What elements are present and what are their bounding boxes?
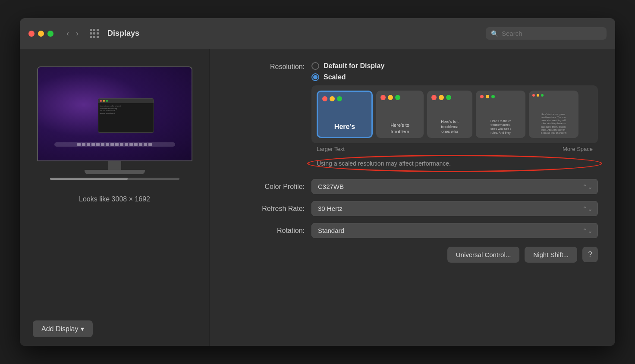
- radio-default-circle: [311, 62, 319, 70]
- close-button[interactable]: [28, 31, 35, 37]
- refresh-rate-select[interactable]: 30 Hertz: [311, 201, 598, 216]
- resolution-scaled-label: Scaled: [324, 73, 346, 81]
- preset-text-1: Here's: [334, 122, 355, 132]
- dock-icon: [148, 143, 152, 146]
- grid-dot: [93, 36, 95, 38]
- forward-button[interactable]: ›: [73, 27, 81, 40]
- add-display-button[interactable]: Add Display ▾: [33, 320, 93, 337]
- dock-icon: [144, 143, 147, 146]
- dock-icon: [96, 143, 100, 146]
- preset-dot-red: [532, 94, 535, 97]
- color-profile-row: Color Profile: C327WB ⌃⌄: [227, 179, 598, 194]
- search-input[interactable]: [502, 30, 601, 37]
- preset-dot-yellow: [486, 95, 489, 98]
- preset-dots-5: [532, 94, 544, 97]
- color-profile-select[interactable]: C327WB: [311, 179, 598, 194]
- preset-dot-yellow: [439, 95, 444, 100]
- dock-icon: [106, 143, 109, 146]
- resolution-value: Default for Display Scaled: [311, 62, 598, 170]
- preset-text-4: Here's to the crtroublemakers.ones who s…: [490, 119, 511, 135]
- preset-text-5: Here's to the crazy onetroublemakers. Th…: [541, 113, 566, 135]
- preset-item-1[interactable]: Here's: [317, 91, 373, 138]
- resolution-options: Default for Display Scaled: [311, 62, 598, 81]
- add-display-chevron-icon: ▾: [81, 325, 84, 333]
- resolution-default-label: Default for Display: [324, 62, 384, 70]
- resolution-label: Resolution:: [227, 62, 305, 71]
- preset-dot-yellow: [388, 95, 393, 100]
- search-icon: 🔍: [491, 30, 498, 37]
- bottom-buttons: Universal Control... Night Shift... ?: [227, 247, 598, 263]
- resolution-row: Resolution: Default for Display Scal: [227, 62, 598, 170]
- desktop-window-titlebar: [98, 99, 154, 103]
- traffic-lights: [28, 31, 53, 37]
- radio-scaled-inner: [313, 75, 318, 79]
- monitor-dock: [54, 142, 175, 147]
- scale-labels: Larger Text More Space: [311, 144, 598, 154]
- grid-dot: [97, 32, 99, 35]
- radio-scaled-circle: [311, 73, 319, 81]
- grid-dot: [90, 29, 92, 31]
- dock-icon: [115, 143, 119, 146]
- maximize-button[interactable]: [47, 31, 53, 37]
- back-button[interactable]: ‹: [64, 27, 72, 40]
- dock-icon: [134, 143, 138, 146]
- progress-bar-container: [50, 178, 179, 180]
- preset-item-3[interactable]: Here's to ttroublemaones who: [427, 91, 472, 138]
- preset-dot-green: [395, 95, 400, 100]
- grid-dot: [90, 36, 92, 38]
- color-profile-label: Color Profile:: [227, 183, 305, 191]
- add-display-label: Add Display: [41, 325, 78, 333]
- dock-icon: [87, 143, 90, 146]
- preset-item-2[interactable]: Here's totroublem: [376, 91, 424, 138]
- minimize-button[interactable]: [38, 31, 44, 37]
- preset-dot-green: [337, 96, 342, 101]
- rotation-row: Rotation: Standard ⌃⌄: [227, 223, 598, 238]
- night-shift-button[interactable]: Night Shift...: [525, 247, 577, 263]
- grid-icon[interactable]: [90, 29, 99, 38]
- monitor-screen: Lorem ipsum dolor sit ametconsectetur ad…: [37, 66, 192, 161]
- progress-bar-fill: [50, 178, 128, 180]
- grid-dot: [93, 29, 95, 31]
- window-title: Displays: [107, 29, 481, 38]
- preset-dots-1: [322, 96, 342, 101]
- rotation-select[interactable]: Standard: [311, 223, 598, 238]
- main-window: ‹ › Displays 🔍: [20, 18, 615, 346]
- monitor-preview: Lorem ipsum dolor sit ametconsectetur ad…: [37, 66, 192, 174]
- refresh-rate-dropdown-wrapper: 30 Hertz ⌃⌄: [311, 201, 598, 216]
- preset-dots-4: [480, 95, 495, 98]
- resolution-display: Looks like 3008 × 1692: [79, 195, 150, 203]
- warning-text: Using a scaled resolution may affect per…: [311, 157, 456, 170]
- preset-dots-2: [380, 95, 400, 100]
- presets-grid: Here's Here's totroublem: [311, 85, 598, 143]
- dock-icon: [91, 143, 95, 146]
- preset-item-5[interactable]: Here's to the crazy onetroublemakers. Th…: [529, 91, 578, 138]
- help-button[interactable]: ?: [582, 247, 598, 262]
- preset-dot-red: [322, 96, 327, 101]
- preset-text-3: Here's to ttroublemaones who: [441, 119, 459, 135]
- more-space-label: More Space: [563, 146, 593, 152]
- preset-dot-green: [491, 95, 495, 98]
- grid-dot: [97, 29, 99, 31]
- resolution-option-default[interactable]: Default for Display: [311, 62, 598, 70]
- dock-icon: [125, 143, 128, 146]
- refresh-rate-label: Refresh Rate:: [227, 205, 305, 213]
- grid-dot: [97, 36, 99, 38]
- refresh-rate-row: Refresh Rate: 30 Hertz ⌃⌄: [227, 201, 598, 216]
- desktop-window-content: Lorem ipsum dolor sit ametconsectetur ad…: [98, 103, 154, 116]
- preset-text-2: Here's totroublem: [390, 122, 409, 135]
- search-bar[interactable]: 🔍: [486, 27, 607, 40]
- sidebar-bottom: Add Display ▾: [28, 316, 201, 337]
- larger-text-label: Larger Text: [317, 146, 345, 152]
- grid-dot: [90, 32, 92, 35]
- preset-dots-3: [431, 95, 451, 100]
- preset-dot-yellow: [537, 94, 539, 97]
- preset-item-4[interactable]: Here's to the crtroublemakers.ones who s…: [476, 91, 525, 138]
- resolution-option-scaled[interactable]: Scaled: [311, 73, 598, 81]
- sidebar: Lorem ipsum dolor sit ametconsectetur ad…: [20, 49, 210, 346]
- nav-arrows: ‹ ›: [64, 27, 81, 40]
- dw-close-dot: [100, 100, 102, 102]
- dock-icon: [82, 143, 85, 146]
- preset-dot-red: [380, 95, 386, 100]
- titlebar: ‹ › Displays 🔍: [20, 18, 615, 49]
- universal-control-button[interactable]: Universal Control...: [447, 247, 520, 263]
